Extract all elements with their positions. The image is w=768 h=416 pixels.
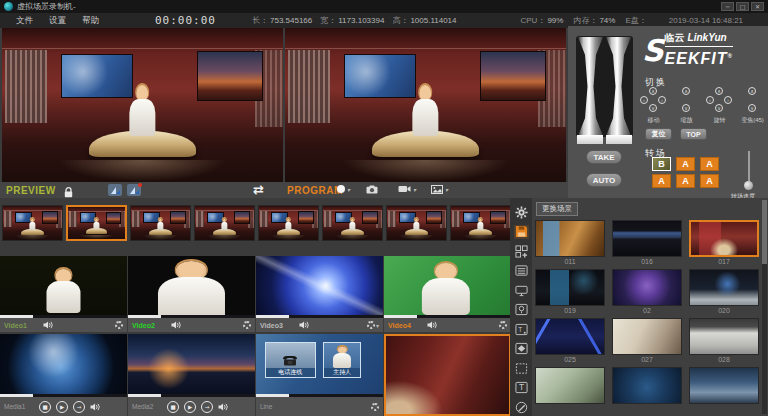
camera-angle-thumb-3[interactable]	[194, 205, 255, 241]
dpad-down-button[interactable]: ∨	[748, 104, 756, 112]
take-button[interactable]: TAKE	[586, 150, 622, 164]
stop-button[interactable]: ■	[39, 401, 51, 413]
sidebar-icon-save[interactable]	[514, 225, 529, 239]
dpad-up-button[interactable]: ∧	[649, 87, 657, 95]
sidebar-icon-list[interactable]	[514, 264, 529, 278]
video-source-panel-video4[interactable]: Video4	[384, 256, 511, 332]
preview-monitor[interactable]	[2, 28, 283, 182]
play-button[interactable]: ▶	[184, 401, 196, 413]
top-button[interactable]: TOP	[680, 128, 707, 140]
dpad-down-button[interactable]: ∨	[649, 104, 657, 112]
scene-item-027[interactable]: 027	[612, 318, 682, 364]
sidebar-icon-crop[interactable]	[514, 361, 529, 375]
sidebar-icon-multi-window[interactable]	[514, 244, 529, 258]
speaker-icon[interactable]	[90, 403, 100, 411]
transition-effect-icon[interactable]	[108, 184, 122, 196]
video-source-panel-video2[interactable]: Video2	[128, 256, 255, 332]
program-monitor[interactable]	[285, 28, 566, 182]
transition-tile-3[interactable]: A	[652, 174, 671, 188]
sidebar-icon-settings[interactable]	[514, 205, 529, 219]
transition-speed-slider[interactable]	[744, 151, 754, 191]
camera-angle-thumb-2[interactable]	[130, 205, 191, 241]
camcorder-icon[interactable]: ▾	[398, 185, 416, 193]
gear-icon[interactable]	[243, 321, 251, 329]
gear-icon[interactable]	[115, 321, 123, 329]
scene-item-02[interactable]: 02	[612, 269, 682, 315]
dpad-right-button[interactable]: ›	[658, 96, 666, 104]
dpad-left-button[interactable]: ‹	[706, 96, 714, 104]
dpad-down-button[interactable]: ∨	[715, 104, 723, 112]
close-button[interactable]: ✕	[751, 2, 764, 11]
sidebar-icon-text[interactable]: T	[514, 381, 529, 395]
scene-item-9[interactable]	[535, 367, 605, 413]
transition-tile-1[interactable]: A	[676, 157, 695, 171]
gear-icon[interactable]	[371, 403, 379, 411]
transition-tile-2[interactable]: A	[700, 157, 719, 171]
minimize-button[interactable]: ─	[721, 2, 734, 11]
scene-item-10[interactable]	[612, 367, 682, 413]
video-source-panel-video1[interactable]: Video1	[0, 256, 127, 332]
t-bar-right-handle[interactable]	[606, 37, 631, 136]
record-icon[interactable]: ▾	[337, 185, 350, 193]
scene-item-017[interactable]: 017	[689, 220, 759, 266]
swap-icon[interactable]: ⇄	[253, 182, 264, 197]
speaker-icon[interactable]	[43, 321, 53, 329]
phone-call-thumb[interactable]: 电话连线	[265, 342, 316, 378]
speaker-icon[interactable]	[218, 403, 228, 411]
camera-angle-thumb-0[interactable]	[2, 205, 63, 241]
media-panel-media2[interactable]: Media2■▶→	[128, 334, 255, 416]
transition-tile-5[interactable]: A	[700, 174, 719, 188]
camera-angle-thumb-4[interactable]	[258, 205, 319, 241]
play-button[interactable]: ▶	[56, 401, 68, 413]
menu-item-2[interactable]: 帮助	[82, 15, 99, 27]
dpad-up-button[interactable]: ∧	[682, 87, 690, 95]
gear-icon[interactable]	[499, 321, 507, 329]
transition-tile-0[interactable]: B	[652, 157, 671, 171]
sidebar-icon-subtitle[interactable]: T	[514, 322, 529, 336]
sidebar-icon-draw[interactable]	[514, 400, 529, 414]
scrollbar-thumb[interactable]	[762, 200, 767, 264]
next-button[interactable]: →	[201, 401, 213, 413]
media-panel-line[interactable]: 电话连线主持人Line	[256, 334, 383, 416]
transition-effect-2-icon[interactable]	[127, 184, 141, 196]
dpad-right-button[interactable]: ›	[724, 96, 732, 104]
dpad-up-button[interactable]: ∧	[748, 87, 756, 95]
speaker-icon[interactable]	[427, 321, 437, 329]
camera-angle-thumb-6[interactable]	[386, 205, 447, 241]
sidebar-icon-monitor[interactable]	[514, 283, 529, 297]
host-thumb[interactable]: 主持人	[323, 342, 361, 378]
next-button[interactable]: →	[73, 401, 85, 413]
sidebar-icon-effect-light[interactable]	[514, 303, 529, 317]
transition-tile-4[interactable]: A	[676, 174, 695, 188]
dpad-left-button[interactable]: ‹	[640, 96, 648, 104]
camera-angle-thumb-7[interactable]	[450, 205, 511, 241]
scene-item-025[interactable]: 025	[535, 318, 605, 364]
camera-angle-thumb-1[interactable]	[66, 205, 127, 241]
camera-snapshot-icon[interactable]	[366, 185, 378, 194]
scene-item-011[interactable]: 011	[535, 220, 605, 266]
menu-item-0[interactable]: 文件	[16, 15, 33, 27]
stop-button[interactable]: ■	[167, 401, 179, 413]
sidebar-icon-layers[interactable]	[514, 342, 529, 356]
dpad-down-button[interactable]: ∨	[682, 104, 690, 112]
slider-thumb[interactable]	[744, 181, 753, 190]
maximize-button[interactable]: □	[736, 2, 749, 11]
menu-item-1[interactable]: 设置	[49, 15, 66, 27]
scene-tab[interactable]: 更换场景	[536, 202, 578, 216]
scene-scrollbar[interactable]	[762, 200, 767, 414]
speaker-icon[interactable]	[171, 321, 181, 329]
scene-item-028[interactable]: 028	[689, 318, 759, 364]
media-panel-media1[interactable]: Media1■▶→	[0, 334, 127, 416]
scene-item-019[interactable]: 019	[535, 269, 605, 315]
dpad-up-button[interactable]: ∧	[715, 87, 723, 95]
gear-icon[interactable]: ▾	[367, 321, 379, 329]
camera-angle-thumb-5[interactable]	[322, 205, 383, 241]
speaker-icon[interactable]	[299, 321, 309, 329]
video-source-panel-video3[interactable]: Video3▾	[256, 256, 383, 332]
program-scene-panel[interactable]	[384, 334, 511, 416]
scene-item-016[interactable]: 016	[612, 220, 682, 266]
scene-item-11[interactable]	[689, 367, 759, 413]
scene-item-020[interactable]: 020	[689, 269, 759, 315]
t-bar-left-handle[interactable]	[578, 37, 603, 136]
t-bar-fader[interactable]	[576, 36, 636, 150]
